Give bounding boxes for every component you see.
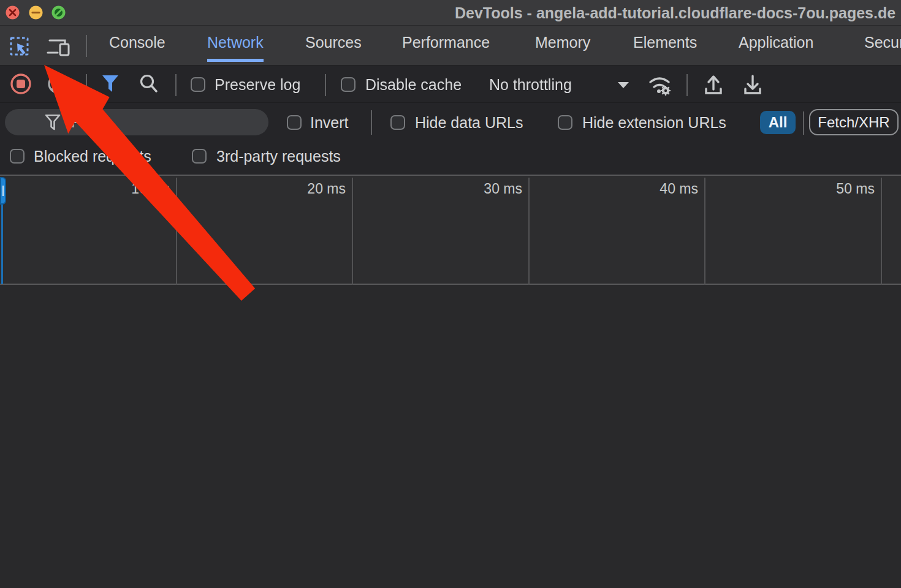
funnel-icon — [102, 75, 120, 94]
preserve-log-label: Preserve log — [215, 76, 300, 94]
import-har-button[interactable] — [702, 74, 724, 99]
hide-data-urls-checkbox[interactable] — [390, 115, 405, 130]
minimize-icon — [29, 6, 43, 20]
tab-performance-label: Performance — [402, 34, 490, 51]
overview-left-grip[interactable] — [0, 177, 6, 205]
request-filter-row: Blocked requests 3rd-party requests — [0, 140, 901, 175]
timeline-gridline — [704, 178, 705, 285]
invert-label: Invert — [310, 114, 349, 132]
timeline-gridline — [176, 178, 177, 285]
timeline-tick-label: 40 ms — [631, 181, 698, 197]
timeline-tick-label: 50 ms — [807, 181, 875, 197]
filter-separator-1 — [371, 110, 372, 135]
filter-chip-fetch-xhr[interactable]: Fetch/XHR — [809, 109, 899, 135]
network-toolbar: Preserve log Disable cache No throttling — [0, 66, 901, 103]
chevron-down-icon[interactable] — [617, 81, 630, 92]
filter-input[interactable] — [71, 112, 255, 132]
zoom-window-button[interactable] — [51, 6, 66, 20]
grip-slot — [2, 186, 4, 196]
tab-memory[interactable]: Memory — [535, 26, 590, 62]
tab-sources-label: Sources — [305, 34, 362, 51]
device-toolbar-icon — [47, 34, 71, 58]
tab-console[interactable]: Console — [109, 26, 165, 62]
preserve-log-checkbox[interactable] — [191, 77, 205, 92]
inspect-element-button[interactable] — [9, 34, 32, 58]
tab-console-label: Console — [109, 34, 165, 51]
network-filter-toggle-button[interactable] — [102, 75, 120, 97]
filter-chip-all[interactable]: All — [760, 111, 796, 134]
third-party-requests-checkbox[interactable] — [192, 149, 207, 164]
hide-data-urls-label: Hide data URLs — [415, 114, 523, 132]
record-icon — [10, 73, 32, 95]
upload-icon — [702, 74, 724, 97]
tab-network[interactable]: Network — [207, 26, 264, 62]
tab-application-label: Application — [739, 34, 813, 51]
window-title: DevTools - angela-add-tutorial.cloudflar… — [455, 0, 895, 26]
network-search-button[interactable] — [139, 74, 159, 98]
blocked-requests-checkbox[interactable] — [10, 149, 25, 164]
inspect-cursor-icon — [9, 34, 32, 58]
timeline-gridline — [881, 178, 882, 285]
tab-elements-label: Elements — [633, 34, 697, 51]
close-window-button[interactable] — [6, 6, 20, 20]
tab-sources[interactable]: Sources — [305, 26, 362, 62]
disable-cache-label: Disable cache — [365, 76, 462, 94]
export-har-button[interactable] — [742, 74, 764, 99]
network-request-list-empty: Recordi Perform a request — [0, 285, 901, 588]
blocked-requests-label: Blocked requests — [34, 148, 151, 165]
toolbar-separator-2 — [175, 74, 177, 96]
download-icon — [742, 74, 764, 97]
record-network-log-button[interactable] — [10, 73, 32, 97]
timeline-tick-label: 30 ms — [455, 181, 522, 197]
timeline-tick-label: 20 ms — [278, 181, 346, 197]
hide-extension-urls-checkbox[interactable] — [558, 115, 572, 130]
timeline-gridline — [528, 178, 530, 285]
search-icon — [139, 74, 159, 96]
close-icon — [6, 6, 20, 20]
filter-separator-2 — [803, 111, 804, 135]
filter-field[interactable] — [5, 109, 268, 135]
network-overview-timeline[interactable]: 10 ms 20 ms 30 ms 40 ms 50 ms — [0, 175, 901, 285]
toggle-device-toolbar-button[interactable] — [47, 34, 70, 58]
clear-network-log-button[interactable] — [47, 73, 69, 97]
toolbar-separator-1 — [86, 74, 87, 96]
network-filter-row: Invert Hide data URLs Hide extension URL… — [0, 103, 901, 140]
clear-icon — [47, 73, 69, 95]
devtools-window: DevTools - angela-add-tutorial.cloudflar… — [0, 0, 901, 588]
tab-security-label: Security — [864, 34, 901, 51]
tabbar-separator — [86, 35, 87, 57]
title-bar: DevTools - angela-add-tutorial.cloudflar… — [0, 0, 901, 26]
throttling-select[interactable]: No throttling — [489, 76, 572, 94]
third-party-requests-label: 3rd-party requests — [216, 148, 341, 165]
tab-network-label: Network — [207, 34, 264, 51]
zoom-icon — [51, 6, 66, 20]
toolbar-separator-4 — [686, 74, 688, 96]
toolbar-separator-3 — [325, 74, 326, 96]
tab-application[interactable]: Application — [739, 26, 813, 62]
tab-elements[interactable]: Elements — [633, 26, 697, 62]
devtools-tab-bar: Console Network Sources Performance Memo… — [0, 26, 901, 66]
minimize-window-button[interactable] — [29, 6, 43, 20]
hide-extension-urls-label: Hide extension URLs — [582, 114, 726, 132]
dropdown-caret-icon — [617, 81, 630, 89]
network-conditions-button[interactable] — [647, 72, 675, 100]
invert-checkbox[interactable] — [287, 115, 302, 130]
funnel-icon-small — [45, 115, 61, 132]
disable-cache-checkbox[interactable] — [341, 77, 355, 92]
tab-performance[interactable]: Performance — [402, 26, 490, 62]
timeline-tick-label: 10 ms — [102, 181, 170, 197]
tab-security[interactable]: Security — [864, 26, 901, 62]
tab-memory-label: Memory — [535, 34, 590, 51]
timeline-gridline — [352, 178, 353, 285]
overview-left-edge-line — [1, 205, 3, 284]
network-conditions-icon — [647, 72, 675, 98]
